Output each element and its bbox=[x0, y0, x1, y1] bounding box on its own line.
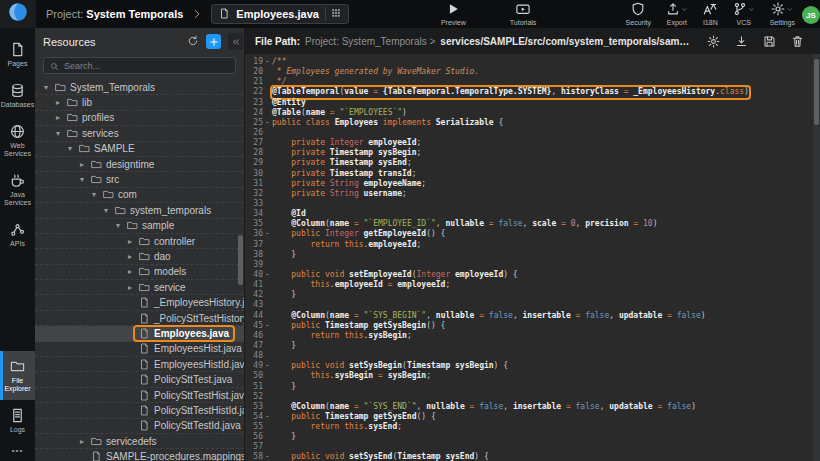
sidebar-item-apis[interactable]: APIs bbox=[0, 214, 35, 255]
line-number[interactable]: 31 bbox=[245, 179, 263, 189]
code-line-44[interactable]: 44 @Column(name = "`SYS_BEGIN`", nullabl… bbox=[245, 311, 820, 321]
tree-item-policystttestid-java[interactable]: PolicySttTestId.java bbox=[35, 419, 244, 434]
code-line-35[interactable]: 35 @Column(name = "`EMPLOYEE_ID`", nulla… bbox=[245, 219, 820, 229]
code-line-49[interactable]: 49- public void setSysBegin(Timestamp sy… bbox=[245, 361, 820, 371]
code-line-30[interactable]: 30 private Timestamp transId; bbox=[245, 169, 820, 179]
code-line-39[interactable]: 39 bbox=[245, 260, 820, 270]
line-number[interactable]: 33 bbox=[245, 199, 263, 209]
tree-item-policystttest-java[interactable]: PolicySttTest.java bbox=[35, 372, 244, 387]
code-line-52[interactable]: 52 bbox=[245, 392, 820, 402]
tree-item-sample-procedures-mappings-json[interactable]: SAMPLE-procedures.mappings.json bbox=[35, 449, 244, 461]
sidebar-overflow-icon[interactable]: ••• bbox=[0, 441, 35, 461]
line-number[interactable]: 24 bbox=[245, 108, 263, 118]
sidebar-item-file-explorer[interactable]: File Explorer bbox=[0, 351, 35, 400]
topbar-action-security[interactable]: Security bbox=[626, 3, 651, 26]
tree-expand-arrow[interactable]: ▾ bbox=[101, 206, 111, 215]
code-line-36[interactable]: 36- public Integer getEmployeeId() { bbox=[245, 229, 820, 239]
fold-marker[interactable]: - bbox=[263, 452, 272, 461]
line-number[interactable]: 36 bbox=[245, 229, 263, 239]
tree-expand-arrow[interactable]: ▸ bbox=[53, 113, 63, 122]
search-input[interactable] bbox=[64, 61, 229, 71]
tree-expand-arrow[interactable]: ▸ bbox=[77, 160, 87, 169]
refresh-icon[interactable] bbox=[187, 33, 199, 51]
tree-item-employees-java[interactable]: Employees.java bbox=[35, 326, 244, 341]
line-number[interactable]: 57 bbox=[245, 442, 263, 452]
grid-icon[interactable] bbox=[325, 7, 341, 21]
tree-item-src[interactable]: ▾src bbox=[35, 172, 244, 187]
code-line-53[interactable]: 53 @Column(name = "`SYS_END`", nullable … bbox=[245, 402, 820, 412]
tree-expand-arrow[interactable]: ▸ bbox=[125, 267, 135, 276]
tree-expand-arrow[interactable]: ▾ bbox=[113, 221, 123, 230]
code-line-45[interactable]: 45- public Timestamp getSysBegin() { bbox=[245, 321, 820, 331]
line-number[interactable]: 27 bbox=[245, 138, 263, 148]
line-number[interactable]: 55 bbox=[245, 422, 263, 432]
tree-item-service[interactable]: ▸service bbox=[35, 280, 244, 295]
line-number[interactable]: 23 bbox=[245, 98, 263, 108]
code-line-42[interactable]: 42 } bbox=[245, 290, 820, 300]
tree-expand-arrow[interactable]: ▸ bbox=[125, 237, 135, 246]
code-line-54[interactable]: 54- public Timestamp getSysEnd() { bbox=[245, 412, 820, 422]
line-number[interactable]: 22 bbox=[245, 87, 263, 97]
fold-marker[interactable]: - bbox=[263, 118, 272, 128]
fold-marker[interactable]: - bbox=[263, 412, 272, 422]
line-number[interactable]: 53 bbox=[245, 402, 263, 412]
line-number[interactable]: 42 bbox=[245, 290, 263, 300]
code-line-22[interactable]: 22@TableTemporal(value = {TableTemporal.… bbox=[245, 87, 820, 97]
topbar-action-settings[interactable]: Settings bbox=[770, 3, 795, 26]
topbar-action-i18n[interactable]: I18N bbox=[703, 3, 718, 26]
code-line-25[interactable]: 25-public class Employees implements Ser… bbox=[245, 118, 820, 128]
tree-expand-arrow[interactable]: ▸ bbox=[125, 283, 135, 292]
code-line-37[interactable]: 37 return this.employeeId; bbox=[245, 240, 820, 250]
sidebar-item-logs[interactable]: Logs bbox=[0, 400, 35, 441]
code-line-28[interactable]: 28 private Timestamp sysBegin; bbox=[245, 148, 820, 158]
tree-item-models[interactable]: ▸models bbox=[35, 265, 244, 280]
line-number[interactable]: 30 bbox=[245, 169, 263, 179]
code-line-57[interactable]: 57 bbox=[245, 442, 820, 452]
tree-scrollbar-thumb[interactable] bbox=[238, 235, 243, 285]
topbar-action-tutorials[interactable]: Tutorials bbox=[510, 3, 537, 26]
code-line-51[interactable]: 51 } bbox=[245, 382, 820, 392]
line-number[interactable]: 20 bbox=[245, 67, 263, 77]
tree-expand-arrow[interactable]: ▸ bbox=[125, 252, 135, 261]
code-line-34[interactable]: 34 @Id bbox=[245, 209, 820, 219]
sidebar-item-pages[interactable]: Pages bbox=[0, 34, 35, 75]
code-line-48[interactable]: 48 bbox=[245, 351, 820, 361]
code-line-58[interactable]: 58- public void setSysEnd(Timestamp sysE… bbox=[245, 452, 820, 461]
line-number[interactable]: 32 bbox=[245, 189, 263, 199]
line-number[interactable]: 43 bbox=[245, 300, 263, 310]
tree-item-designtime[interactable]: ▸designtime bbox=[35, 157, 244, 172]
line-number[interactable]: 45 bbox=[245, 321, 263, 331]
code-line-41[interactable]: 41 this.employeeId = employeeId; bbox=[245, 280, 820, 290]
fold-marker[interactable]: - bbox=[263, 361, 272, 371]
line-number[interactable]: 29 bbox=[245, 158, 263, 168]
tree-item-employeeshistid-java[interactable]: EmployeesHistId.java bbox=[35, 357, 244, 372]
topbar-action-export[interactable]: Export bbox=[666, 3, 688, 26]
line-number[interactable]: 52 bbox=[245, 392, 263, 402]
tree-item-employeeshist-java[interactable]: EmployeesHist.java bbox=[35, 342, 244, 357]
line-number[interactable]: 26 bbox=[245, 128, 263, 138]
tree-expand-arrow[interactable]: ▾ bbox=[89, 190, 99, 199]
fold-marker[interactable]: - bbox=[263, 321, 272, 331]
tree-item-profiles[interactable]: ▸profiles bbox=[35, 111, 244, 126]
line-number[interactable]: 19 bbox=[245, 57, 263, 67]
line-number[interactable]: 47 bbox=[245, 341, 263, 351]
line-number[interactable]: 39 bbox=[245, 260, 263, 270]
line-number[interactable]: 50 bbox=[245, 371, 263, 381]
tree-item-com[interactable]: ▾com bbox=[35, 188, 244, 203]
code-line-19[interactable]: 19-/** bbox=[245, 57, 820, 67]
line-number[interactable]: 34 bbox=[245, 209, 263, 219]
editor-settings-gear-icon[interactable] bbox=[707, 35, 720, 48]
line-number[interactable]: 38 bbox=[245, 250, 263, 260]
line-number[interactable]: 54 bbox=[245, 412, 263, 422]
line-number[interactable]: 56 bbox=[245, 432, 263, 442]
line-number[interactable]: 25 bbox=[245, 118, 263, 128]
tree-expand-arrow[interactable]: ▸ bbox=[77, 437, 87, 446]
code-line-40[interactable]: 40- public void setEmployeeId(Integer em… bbox=[245, 270, 820, 280]
download-file-icon[interactable] bbox=[735, 35, 748, 48]
line-number[interactable]: 48 bbox=[245, 351, 263, 361]
code-line-47[interactable]: 47 } bbox=[245, 341, 820, 351]
save-file-icon[interactable] bbox=[763, 35, 776, 48]
line-number[interactable]: 21 bbox=[245, 77, 263, 87]
tree-expand-arrow[interactable]: ▾ bbox=[65, 144, 75, 153]
code-line-46[interactable]: 46 return this.sysBegin; bbox=[245, 331, 820, 341]
